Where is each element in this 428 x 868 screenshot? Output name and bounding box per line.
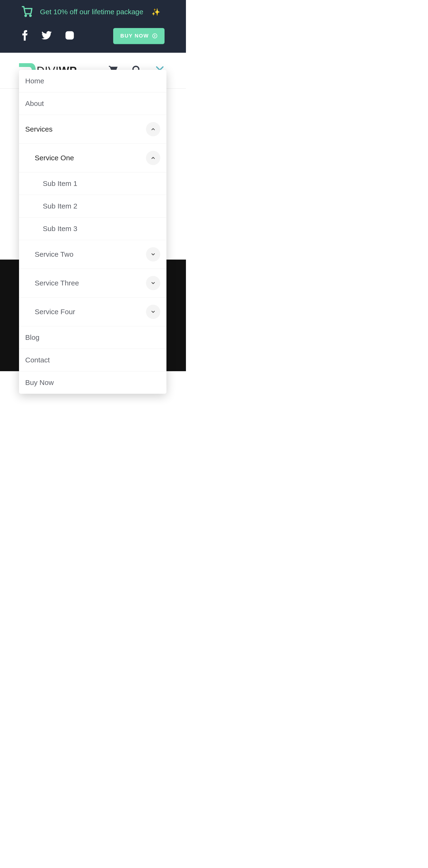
svg-point-5	[153, 34, 157, 38]
submenu-item-label: Service Four	[35, 308, 75, 316]
subsubmenu-item-1[interactable]: Sub Item 1	[19, 173, 167, 195]
submenu-item-service-four[interactable]: Service Four	[19, 298, 167, 326]
chevron-down-icon[interactable]	[146, 276, 160, 290]
sparkle-icon: ✨	[151, 8, 160, 16]
menu-item-about[interactable]: About	[19, 92, 167, 115]
instagram-icon[interactable]	[65, 31, 74, 41]
chevron-down-icon[interactable]	[146, 305, 160, 319]
submenu-item-label: Service Three	[35, 279, 79, 287]
promo-text: Get 10% off our lifetime package	[40, 8, 143, 16]
submenu-item-label: Service One	[35, 154, 74, 162]
menu-item-label: Home	[25, 77, 44, 85]
menu-item-home[interactable]: Home	[19, 70, 167, 92]
mobile-menu-panel: Home About Services Service One	[19, 70, 167, 394]
twitter-icon[interactable]	[41, 31, 52, 41]
svg-point-4	[72, 33, 73, 34]
chevron-down-icon[interactable]	[146, 247, 160, 261]
menu-item-buy-now[interactable]: Buy Now	[19, 371, 167, 394]
menu-item-label: Buy Now	[25, 378, 54, 386]
svg-point-0	[25, 15, 26, 17]
menu-item-label: Contact	[25, 356, 50, 364]
chevron-up-icon[interactable]	[146, 122, 160, 136]
submenu-item-label: Service Two	[35, 250, 74, 258]
menu-item-contact[interactable]: Contact	[19, 349, 167, 371]
menu-item-label: Services	[25, 125, 53, 133]
subsubmenu-item-label: Sub Item 1	[43, 180, 77, 188]
facebook-icon[interactable]	[21, 30, 28, 41]
submenu-item-service-one[interactable]: Service One	[19, 144, 167, 173]
menu-item-label: Blog	[25, 334, 39, 341]
submenu-item-service-three[interactable]: Service Three	[19, 269, 167, 298]
chevron-up-icon[interactable]	[146, 151, 160, 165]
buy-now-button[interactable]: BUY NOW	[113, 28, 165, 44]
svg-point-1	[30, 15, 31, 17]
subsubmenu-item-label: Sub Item 3	[43, 225, 77, 233]
menu-item-blog[interactable]: Blog	[19, 326, 167, 349]
submenu-item-service-two[interactable]: Service Two	[19, 240, 167, 269]
promo-bar: Get 10% off our lifetime package ✨ B	[0, 0, 186, 53]
cart-icon	[21, 6, 33, 18]
menu-item-label: About	[25, 99, 44, 107]
svg-point-3	[68, 34, 72, 37]
buy-now-label: BUY NOW	[120, 33, 149, 39]
subsubmenu-item-3[interactable]: Sub Item 3	[19, 218, 167, 240]
subsubmenu-item-label: Sub Item 2	[43, 202, 77, 210]
subsubmenu-item-2[interactable]: Sub Item 2	[19, 195, 167, 218]
menu-item-services[interactable]: Services	[19, 115, 167, 144]
